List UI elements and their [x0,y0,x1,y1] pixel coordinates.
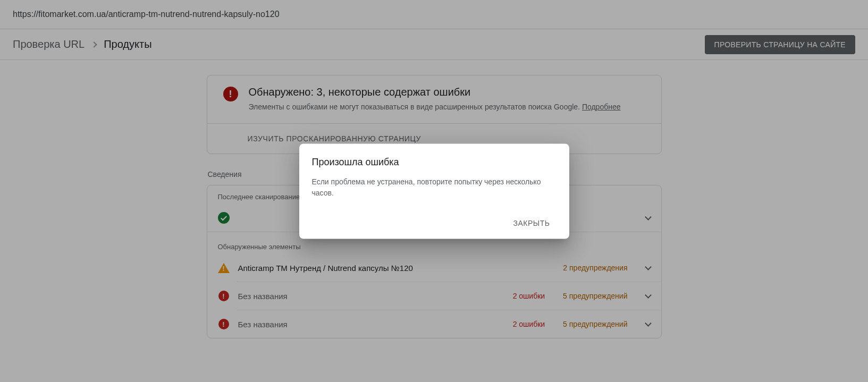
dialog-close-button[interactable]: ЗАКРЫТЬ [507,213,557,232]
dialog-body: Если проблема не устранена, повторите по… [312,176,557,198]
dialog-title: Произошла ошибка [312,156,557,167]
error-dialog: Произошла ошибка Если проблема не устран… [299,143,569,239]
